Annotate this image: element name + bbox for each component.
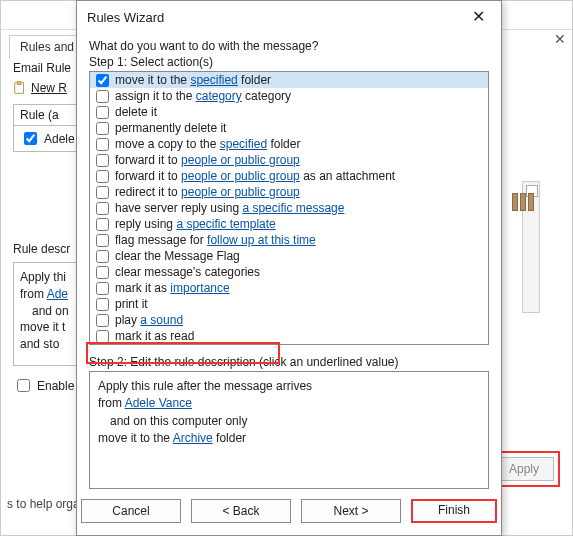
action-label: permanently delete it [115, 120, 226, 136]
action-row[interactable]: clear message's categories [90, 264, 488, 280]
action-row[interactable]: delete it [90, 104, 488, 120]
action-link[interactable]: category [196, 89, 242, 103]
help-text: s to help orga [7, 497, 80, 511]
enable-label: Enable [37, 379, 74, 393]
new-rule-button[interactable]: New R [13, 81, 67, 95]
desc-line: and on this computer only [98, 413, 480, 430]
action-label: move a copy to the specified folder [115, 136, 300, 152]
action-row[interactable]: reply using a specific template [90, 216, 488, 232]
apply-button[interactable]: Apply [494, 457, 554, 481]
action-label: move it to the specified folder [115, 72, 271, 88]
rule-enabled-checkbox[interactable] [24, 132, 37, 145]
dialog-title: Rules Wizard [87, 10, 164, 25]
action-checkbox[interactable] [96, 74, 109, 87]
action-label: clear the Message Flag [115, 248, 240, 264]
action-label: flag message for follow up at this time [115, 232, 316, 248]
close-icon[interactable]: ✕ [554, 31, 566, 47]
action-link[interactable]: a sound [140, 313, 183, 327]
action-row[interactable]: move it to the specified folder [90, 72, 488, 88]
rules-wizard-dialog: Rules Wizard ✕ What do you want to do wi… [76, 0, 502, 536]
desc-link-folder[interactable]: Archive [173, 431, 213, 445]
action-row[interactable]: print it [90, 296, 488, 312]
new-rule-label: New R [31, 81, 67, 95]
action-row[interactable]: move a copy to the specified folder [90, 136, 488, 152]
action-row[interactable]: permanently delete it [90, 120, 488, 136]
action-checkbox[interactable] [96, 234, 109, 247]
action-link[interactable]: specified [220, 137, 267, 151]
back-button[interactable]: < Back [191, 499, 291, 523]
action-label: stop processing more rules [115, 344, 259, 345]
action-row[interactable]: mark it as read [90, 328, 488, 344]
bg-desc-link[interactable]: Ade [47, 287, 68, 301]
action-link[interactable]: people or public group [181, 153, 300, 167]
action-checkbox[interactable] [96, 106, 109, 119]
svg-rect-1 [17, 81, 21, 85]
action-checkbox[interactable] [96, 250, 109, 263]
action-link[interactable]: importance [170, 281, 229, 295]
action-link[interactable]: people or public group [181, 169, 300, 183]
action-checkbox[interactable] [96, 314, 109, 327]
close-icon[interactable]: ✕ [466, 7, 491, 27]
action-checkbox[interactable] [96, 122, 109, 135]
action-row[interactable]: assign it to the category category [90, 88, 488, 104]
cancel-button[interactable]: Cancel [81, 499, 181, 523]
action-label: forward it to people or public group as … [115, 168, 395, 184]
action-row[interactable]: mark it as importance [90, 280, 488, 296]
enable-checkbox[interactable] [17, 379, 30, 392]
next-button[interactable]: Next > [301, 499, 401, 523]
finish-highlight: Finish [411, 499, 497, 523]
action-checkbox[interactable] [96, 266, 109, 279]
action-row[interactable]: stop processing more rules [90, 344, 488, 345]
action-label: have server reply using a specific messa… [115, 200, 344, 216]
action-checkbox[interactable] [96, 330, 109, 343]
action-row[interactable]: forward it to people or public group [90, 152, 488, 168]
action-row[interactable]: forward it to people or public group as … [90, 168, 488, 184]
finish-button[interactable]: Finish [415, 503, 493, 517]
action-label: play a sound [115, 312, 183, 328]
action-link[interactable]: a specific template [176, 217, 275, 231]
action-label: delete it [115, 104, 157, 120]
action-checkbox[interactable] [96, 90, 109, 103]
action-label: mark it as importance [115, 280, 230, 296]
rule-name: Adele [44, 132, 75, 146]
action-label: clear message's categories [115, 264, 260, 280]
action-checkbox[interactable] [96, 218, 109, 231]
action-row[interactable]: flag message for follow up at this time [90, 232, 488, 248]
action-link[interactable]: a specific message [242, 201, 344, 215]
action-checkbox[interactable] [96, 202, 109, 215]
action-label: reply using a specific template [115, 216, 276, 232]
desc-line: from Adele Vance [98, 395, 480, 412]
actions-list[interactable]: move it to the specified folderassign it… [89, 71, 489, 345]
action-row[interactable]: redirect it to people or public group [90, 184, 488, 200]
rule-action-icon [512, 193, 534, 211]
new-rule-icon [13, 81, 27, 95]
action-checkbox[interactable] [96, 282, 109, 295]
action-label: mark it as read [115, 328, 194, 344]
desc-line: move it to the Archive folder [98, 430, 480, 447]
step1-label: Step 1: Select action(s) [89, 55, 489, 69]
action-link[interactable]: specified [190, 73, 237, 87]
action-row[interactable]: clear the Message Flag [90, 248, 488, 264]
desc-link-sender[interactable]: Adele Vance [125, 396, 192, 410]
step2-label: Step 2: Edit the rule description (click… [89, 355, 489, 369]
action-row[interactable]: play a sound [90, 312, 488, 328]
action-link[interactable]: people or public group [181, 185, 300, 199]
action-label: print it [115, 296, 148, 312]
desc-line: Apply this rule after the message arrive… [98, 378, 480, 395]
action-checkbox[interactable] [96, 170, 109, 183]
wizard-button-row: Cancel < Back Next > Finish [77, 489, 501, 535]
wizard-prompt: What do you want to do with the message? [89, 39, 489, 53]
action-label: redirect it to people or public group [115, 184, 300, 200]
action-checkbox[interactable] [96, 154, 109, 167]
action-checkbox[interactable] [96, 138, 109, 151]
action-label: assign it to the category category [115, 88, 291, 104]
action-checkbox[interactable] [96, 298, 109, 311]
action-label: forward it to people or public group [115, 152, 300, 168]
action-checkbox[interactable] [96, 186, 109, 199]
rule-description-editor[interactable]: Apply this rule after the message arrive… [89, 371, 489, 489]
action-link[interactable]: follow up at this time [207, 233, 316, 247]
action-row[interactable]: have server reply using a specific messa… [90, 200, 488, 216]
